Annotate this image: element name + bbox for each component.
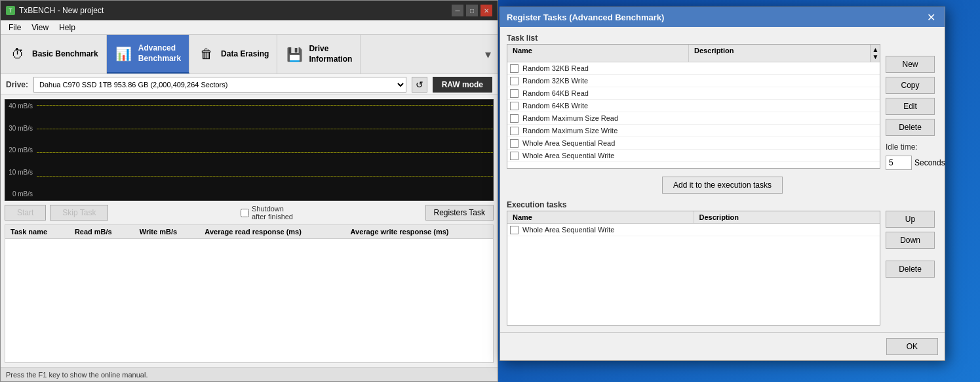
shutdown-checkbox[interactable] [241, 209, 249, 217]
title-bar: T TxBENCH - New project ─ □ ✕ [1, 1, 498, 20]
task-checkbox[interactable] [510, 89, 519, 98]
task-list-row[interactable]: Whole Area Sequential Write [507, 150, 880, 162]
raw-mode-button[interactable]: RAW mode [433, 77, 492, 93]
drive-select[interactable]: Dahua C970 SSD 1TB 953.86 GB (2,000,409,… [33, 77, 406, 93]
tab-drive-label: DriveInformation [309, 44, 352, 64]
col-avg-write: Average write response (ms) [345, 225, 494, 239]
dialog-title: Register Tasks (Advanced Benchmark) [507, 12, 664, 22]
task-name: Whole Area Sequential Read [522, 138, 664, 148]
tab-data-erasing[interactable]: 🗑 Data Erasing [189, 35, 277, 74]
shutdown-label: Shutdownafter finished [252, 205, 293, 221]
drive-bar: Drive: Dahua C970 SSD 1TB 953.86 GB (2,0… [1, 74, 498, 95]
grid-line-10 [37, 176, 493, 177]
exec-list-row[interactable]: Whole Area Sequential Write [507, 224, 880, 236]
y-label-20: 20 mB/s [7, 146, 35, 154]
task-list-row[interactable]: Random 64KB Write [507, 100, 880, 112]
exec-col-name: Name [507, 211, 694, 223]
task-list-label: Task list [507, 33, 938, 43]
menu-file[interactable]: File [3, 22, 26, 33]
task-name: Random 32KB Read [522, 64, 664, 73]
exec-col-desc: Description [694, 211, 880, 223]
down-button[interactable]: Down [886, 232, 935, 249]
ok-button[interactable]: OK [886, 338, 938, 355]
dialog-close-button[interactable]: ✕ [924, 11, 938, 24]
grid-line-20 [37, 152, 493, 153]
task-checkbox[interactable] [510, 77, 519, 85]
delete-top-button[interactable]: Delete [886, 119, 935, 136]
task-list-scrollbar[interactable]: ▲ ▼ [871, 45, 880, 62]
task-list-row[interactable]: Whole Area Sequential Read [507, 137, 880, 150]
task-list-container[interactable]: Name Description ▲ ▼ Random 32KB Read [507, 44, 880, 169]
execution-list-container[interactable]: Name Description Whole Area Sequential W… [507, 211, 880, 326]
grid-line-40 [37, 105, 493, 106]
toolbar: ⏱ Basic Benchmark 📊 AdvancedBenchmark 🗑 … [1, 35, 498, 74]
task-list-row[interactable]: Random 32KB Read [507, 62, 880, 75]
tab-advanced-benchmark[interactable]: 📊 AdvancedBenchmark [107, 35, 189, 74]
drive-icon: 💾 [285, 47, 304, 62]
task-name: Random 64KB Read [522, 89, 664, 98]
minimize-button[interactable]: ─ [452, 5, 463, 16]
idle-time-unit: Seconds [914, 158, 945, 167]
registers-task-button[interactable]: Registers Task [425, 205, 494, 221]
task-name: Random Maximum Size Write [522, 126, 664, 135]
task-name: Random 64KB Write [522, 101, 664, 110]
col-avg-read: Average read response (ms) [199, 225, 345, 239]
task-list-row[interactable]: Random Maximum Size Write [507, 125, 880, 137]
edit-button[interactable]: Edit [886, 98, 935, 115]
y-label-40: 40 mB/s [7, 102, 35, 110]
task-list-row[interactable]: Random 64KB Read [507, 87, 880, 100]
execution-section: Execution tasks Name Description Whole A… [507, 200, 938, 326]
menu-help[interactable]: Help [54, 22, 81, 33]
task-list-row[interactable]: Random 32KB Write [507, 75, 880, 87]
shutdown-checkbox-label[interactable]: Shutdownafter finished [241, 205, 293, 221]
maximize-button[interactable]: □ [466, 5, 478, 16]
task-checkbox[interactable] [510, 152, 519, 160]
toolbar-dropdown-arrow[interactable]: ▾ [482, 45, 494, 64]
chart-icon: 📊 [115, 46, 133, 62]
task-checkbox[interactable] [510, 139, 519, 148]
task-name: Whole Area Sequential Write [522, 151, 664, 160]
idle-time-input[interactable] [886, 156, 912, 170]
y-label-0: 0 mB/s [7, 190, 35, 198]
task-checkbox[interactable] [510, 64, 519, 73]
add-to-execution-button[interactable]: Add it to the execution tasks [662, 177, 783, 194]
exec-checkbox[interactable] [510, 226, 519, 234]
up-button[interactable]: Up [886, 211, 935, 228]
dialog-body: Task list Name Description ▲ ▼ [500, 27, 945, 332]
dialog-title-bar: Register Tasks (Advanced Benchmark) ✕ [500, 7, 945, 27]
task-checkbox[interactable] [510, 102, 519, 110]
new-button[interactable]: New [886, 56, 935, 73]
task-list-row[interactable]: Random Maximum Size Read [507, 112, 880, 125]
copy-button[interactable]: Copy [886, 77, 935, 94]
refresh-button[interactable]: ↺ [412, 77, 427, 93]
tab-basic-benchmark[interactable]: ⏱ Basic Benchmark [1, 35, 107, 74]
execution-tasks-label: Execution tasks [507, 200, 938, 209]
dialog-bottom: OK [500, 332, 945, 360]
task-checkbox[interactable] [510, 127, 519, 135]
tab-drive-information[interactable]: 💾 DriveInformation [277, 35, 361, 74]
task-table-container: Task name Read mB/s Write mB/s Average r… [5, 224, 494, 363]
status-message: Press the F1 key to show the online manu… [6, 371, 147, 379]
app-icon: T [6, 6, 15, 15]
menu-view[interactable]: View [26, 22, 54, 33]
exec-name: Whole Area Sequential Write [522, 225, 664, 234]
col-read: Read mB/s [69, 225, 134, 239]
y-label-30: 30 mB/s [7, 125, 35, 132]
main-window: T TxBENCH - New project ─ □ ✕ File View … [0, 0, 498, 382]
delete-exec-button[interactable]: Delete [886, 261, 935, 278]
task-list-section: Task list Name Description ▲ ▼ [507, 33, 938, 170]
tab-advanced-label: AdvancedBenchmark [138, 43, 181, 64]
action-buttons-bar: Start Skip Task Shutdownafter finished R… [1, 201, 498, 221]
close-button[interactable]: ✕ [480, 5, 492, 16]
task-checkbox[interactable] [510, 114, 519, 123]
dialog-window: Register Tasks (Advanced Benchmark) ✕ Ta… [500, 7, 945, 361]
col-write: Write mB/s [134, 225, 200, 239]
skip-task-button[interactable]: Skip Task [50, 205, 108, 221]
erase-icon: 🗑 [197, 47, 216, 62]
drive-label: Drive: [6, 80, 28, 89]
menu-bar: File View Help [1, 20, 498, 35]
col-task-name: Task name [5, 225, 69, 239]
task-list-col-name: Name [507, 45, 689, 62]
task-list-col-desc: Description [689, 45, 871, 62]
start-button[interactable]: Start [5, 205, 46, 221]
